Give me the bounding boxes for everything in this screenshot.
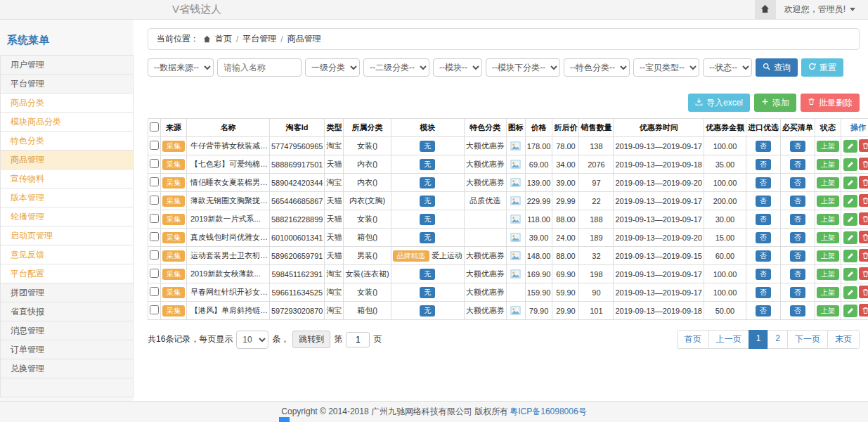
- row-checkbox[interactable]: [150, 141, 159, 150]
- delete-button[interactable]: [859, 249, 868, 262]
- sidebar-item[interactable]: 订单管理: [0, 340, 134, 359]
- discount-price: 34.00: [552, 155, 579, 174]
- caret-down-icon: [850, 8, 855, 11]
- sidebar-item[interactable]: [0, 378, 134, 397]
- edit-button[interactable]: [843, 195, 857, 207]
- delete-button[interactable]: [859, 286, 868, 298]
- page-button[interactable]: 上一页: [708, 330, 749, 349]
- source-badge: 采集: [162, 177, 185, 188]
- select-all-checkbox[interactable]: [150, 122, 159, 132]
- sidebar-item[interactable]: 拼团管理: [0, 283, 134, 302]
- delete-button[interactable]: [859, 304, 868, 316]
- sidebar-item[interactable]: 用户管理: [0, 55, 134, 75]
- sidebar-item[interactable]: 宣传物料: [0, 169, 134, 188]
- edit-button[interactable]: [843, 140, 857, 153]
- breadcrumb-home-link[interactable]: 首页: [215, 33, 232, 45]
- edit-button[interactable]: [843, 231, 857, 244]
- featured-category: [464, 210, 506, 229]
- page-button[interactable]: 末页: [827, 330, 860, 349]
- edit-button[interactable]: [843, 250, 857, 262]
- filter-select-2[interactable]: 一级分类: [305, 58, 360, 77]
- edit-button[interactable]: [843, 286, 857, 299]
- edit-button[interactable]: [843, 177, 857, 189]
- delete-button[interactable]: [859, 139, 868, 152]
- home-button[interactable]: [755, 0, 776, 19]
- category: 女装(连衣裙): [344, 265, 391, 283]
- import-excel-button[interactable]: 导入excel: [688, 94, 750, 112]
- delete-button[interactable]: [859, 231, 868, 243]
- row-checkbox[interactable]: [150, 269, 159, 278]
- user-menu[interactable]: 欢迎您，管理员!: [776, 4, 868, 15]
- delete-button[interactable]: [859, 158, 868, 170]
- row-checkbox[interactable]: [150, 250, 159, 260]
- name-search-input[interactable]: [217, 58, 302, 77]
- sidebar-item[interactable]: 启动页管理: [0, 226, 134, 245]
- edit-button[interactable]: [843, 305, 857, 317]
- icp-link[interactable]: 粤ICP备16098006号: [510, 406, 586, 418]
- edit-button[interactable]: [843, 268, 857, 281]
- jump-page-input[interactable]: [346, 332, 370, 347]
- icon-cell: [506, 229, 525, 247]
- source-badge: 采集: [162, 269, 185, 280]
- jump-button[interactable]: 跳转到: [292, 331, 330, 348]
- status-badge-cell: 上架: [815, 265, 841, 283]
- status-badge: 上架: [817, 177, 839, 188]
- page-button[interactable]: 首页: [677, 330, 709, 349]
- batch-delete-button[interactable]: 批量删除: [801, 94, 860, 112]
- delete-button[interactable]: [859, 267, 868, 280]
- sidebar-item[interactable]: 商品管理: [0, 150, 134, 170]
- filter-select-7[interactable]: --宝贝类型--: [633, 58, 699, 77]
- featured-category: [464, 229, 506, 247]
- sidebar-item[interactable]: 特色分类: [0, 131, 134, 151]
- row-checkbox[interactable]: [150, 159, 159, 168]
- page-button[interactable]: 1: [749, 330, 769, 349]
- row-checkbox[interactable]: [150, 196, 159, 205]
- row-checkbox[interactable]: [150, 305, 159, 314]
- filter-select-0[interactable]: --数据来源--: [148, 58, 214, 77]
- edit-button[interactable]: [843, 213, 857, 226]
- imported-flag: 否: [756, 214, 771, 225]
- operations-cell: [841, 155, 868, 174]
- source-badge-cell: 采集: [161, 210, 187, 229]
- delete-button[interactable]: [859, 194, 868, 207]
- pager-row: 共16条记录，每页显示 10 条， 跳转到 第 页 首页上一页12下一页末页: [148, 330, 860, 349]
- filter-controls: --数据来源--一级分类--二级分类----模块----模块下分类----特色分…: [148, 58, 752, 77]
- filter-select-3[interactable]: --二级分类--: [363, 58, 429, 77]
- delete-button[interactable]: [859, 212, 868, 225]
- edit-button[interactable]: [843, 158, 857, 171]
- table-row: 采集【七色彩】可爱纯棉家...588869917501天猫内衣()无大额优惠券6…: [148, 155, 868, 174]
- sidebar-item[interactable]: 意见反馈: [0, 245, 134, 264]
- add-button[interactable]: 添加: [754, 94, 796, 112]
- filter-select-4[interactable]: --模块--: [433, 58, 482, 77]
- sidebar-item[interactable]: 商品分类: [0, 93, 134, 113]
- row-checkbox[interactable]: [150, 214, 159, 223]
- filter-select-5[interactable]: --模块下分类--: [486, 58, 560, 77]
- row-checkbox[interactable]: [150, 232, 159, 241]
- sidebar-item[interactable]: 兑换管理: [0, 359, 134, 378]
- module-badge: 无: [420, 177, 435, 188]
- module-cell: 无: [391, 137, 464, 155]
- must-buy-flag: 否: [790, 196, 805, 207]
- item-type: 淘宝: [325, 265, 344, 283]
- sidebar-item[interactable]: 版本管理: [0, 188, 134, 207]
- imported-flag: 否: [756, 196, 771, 207]
- discount-price: 88.00: [552, 247, 579, 265]
- row-checkbox[interactable]: [150, 287, 159, 296]
- sidebar-item[interactable]: 省直快报: [0, 302, 134, 321]
- filter-select-8[interactable]: --状态--: [703, 58, 752, 77]
- row-checkbox[interactable]: [150, 177, 159, 186]
- per-page-select[interactable]: 10: [236, 331, 268, 349]
- table-row: 采集情侣睡衣女夏装棉男士...589042420344淘宝内衣()无大额优惠券1…: [148, 174, 868, 192]
- reset-button[interactable]: 重置: [801, 58, 843, 77]
- page-button[interactable]: 2: [767, 330, 788, 349]
- filter-select-6[interactable]: --特色分类--: [564, 58, 630, 77]
- sidebar-item[interactable]: 平台配置: [0, 264, 134, 283]
- search-button[interactable]: 查询: [756, 58, 798, 77]
- must-buy-flag-cell: 否: [780, 174, 815, 192]
- sidebar-item[interactable]: 轮播管理: [0, 207, 134, 226]
- sidebar-item[interactable]: 平台管理: [0, 74, 134, 94]
- sidebar-item[interactable]: 模块商品分类: [0, 112, 134, 132]
- page-button[interactable]: 下一页: [787, 330, 828, 349]
- sidebar-item[interactable]: 消息管理: [0, 321, 134, 340]
- delete-button[interactable]: [859, 176, 868, 188]
